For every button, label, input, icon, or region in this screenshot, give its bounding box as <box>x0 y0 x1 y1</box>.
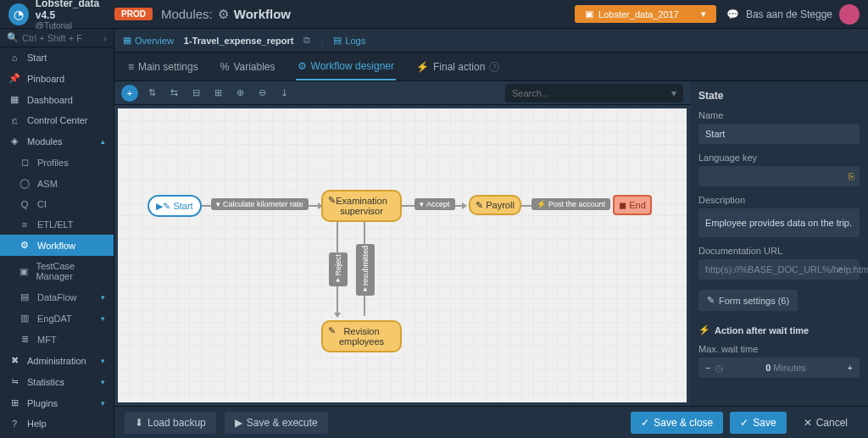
canvas-search[interactable]: ▾ <box>505 84 683 103</box>
node-examination[interactable]: ✎Examination supervisor <box>321 190 402 222</box>
save-execute-button[interactable]: ▶Save & execute <box>225 412 328 434</box>
lang-field[interactable]: ⎘ <box>698 166 860 186</box>
node-revision[interactable]: ✎Revision employees <box>321 320 402 352</box>
save-button[interactable]: ✓Save <box>730 412 786 434</box>
check-icon: ✓ <box>740 417 748 429</box>
ellipsis-icon[interactable]: ⋯ <box>845 264 854 275</box>
node-start[interactable]: ▶✎ Start <box>147 195 202 217</box>
name-field[interactable]: Start <box>698 124 860 144</box>
tool-fit[interactable]: ⤓ <box>275 85 292 102</box>
edge-reject[interactable]: ▾Reject <box>329 252 348 286</box>
nav-testcase[interactable]: ▣TestCase Manager <box>0 256 114 286</box>
tool-zoom-out[interactable]: ⊖ <box>253 85 270 102</box>
nav-statistics[interactable]: ≒Statistics▾ <box>0 371 114 392</box>
tab-workflow-designer[interactable]: ⚙Workflow designer <box>296 53 396 80</box>
save-close-button[interactable]: ✓Save & close <box>631 412 723 434</box>
node-end[interactable]: ◼ End <box>613 195 652 215</box>
edit-icon: ✎ <box>328 195 336 205</box>
open-icon[interactable]: ↗ <box>835 264 843 275</box>
nav-workflow[interactable]: ⚙Workflow <box>0 235 114 256</box>
tab-variables[interactable]: %Variables <box>219 54 277 80</box>
search-input[interactable] <box>512 88 671 98</box>
play-icon: ▶ <box>156 201 163 212</box>
nav-asm[interactable]: ◯ASM <box>0 173 114 194</box>
percent-icon: % <box>220 61 230 73</box>
close-icon: ✕ <box>804 417 812 429</box>
flow-icon: ⚙ <box>298 60 307 72</box>
plus-icon[interactable]: + <box>848 363 853 373</box>
breadcrumb-current: 1-Travel_expense_report <box>184 36 294 46</box>
tool-distribute-h[interactable]: ⊞ <box>209 85 226 102</box>
edit-icon: ✎ <box>328 325 336 335</box>
env-badge: PROD <box>114 8 153 20</box>
nav-pinboard[interactable]: 📌Pinboard <box>0 68 114 89</box>
nav-dataflow[interactable]: ▤DataFlow▾ <box>0 286 114 308</box>
app-name: Lobster_data v4.5 <box>36 0 114 21</box>
edge-post[interactable]: ⚡Post the account <box>531 198 610 210</box>
avatar[interactable] <box>839 4 860 25</box>
cancel-button[interactable]: ✕Cancel <box>793 412 858 434</box>
download-icon: ⬇ <box>135 417 143 429</box>
nav-etl[interactable]: ≡ETL/ELT <box>0 214 114 235</box>
bolt-icon: ⚡ <box>537 200 546 208</box>
edge-resubmit[interactable]: ▾resubmitted <box>356 244 375 296</box>
clock-icon: ◷ <box>715 363 724 374</box>
copy-icon[interactable]: ⧉ <box>303 35 310 46</box>
folder-icon: ▣ <box>585 8 593 19</box>
tab-final-action[interactable]: ⚡Final action? <box>415 54 501 80</box>
chevron-up-icon: ▴ <box>101 137 105 146</box>
edit-icon: ✎ <box>476 200 483 211</box>
edit-icon: ✎ <box>163 201 170 212</box>
form-settings-button[interactable]: ✎Form settings (6) <box>698 290 798 311</box>
chevron-down-icon: ▾ <box>701 8 706 19</box>
translate-icon[interactable]: ⎘ <box>849 171 854 181</box>
filter-icon: ▾ <box>361 286 370 294</box>
edge-accept[interactable]: ▾Accept <box>415 198 455 210</box>
nav-start[interactable]: ⌂Start <box>0 47 114 68</box>
tool-distribute-v[interactable]: ⊟ <box>187 85 204 102</box>
nav-control-center[interactable]: ⎌Control Center <box>0 110 114 130</box>
workflow-icon: ⚙ <box>218 7 229 22</box>
load-backup-button[interactable]: ⬇Load backup <box>125 412 216 434</box>
sliders-icon: ⎌ <box>8 115 20 125</box>
chevron-down-icon: ▾ <box>101 378 105 386</box>
nav-help[interactable]: ?Help <box>0 413 114 434</box>
nav-plugins[interactable]: ⊞Plugins▾ <box>0 392 114 413</box>
workflow-canvas[interactable]: ▶✎ Start ✎Examination supervisor ✎ Payro… <box>114 105 690 406</box>
pin-icon: 📌 <box>8 73 20 84</box>
breadcrumb-overview[interactable]: ▦Overview <box>123 35 174 46</box>
gear-icon: ⚙ <box>19 240 31 251</box>
modules-icon: ◈ <box>8 136 20 147</box>
project-selector[interactable]: ▣ Lobster_data_2017 ▾ <box>575 5 716 23</box>
wait-field[interactable]: −◷ 0 Minutes + <box>698 358 860 378</box>
edge-calc[interactable]: ▾Calculate kilometer rate <box>211 198 309 210</box>
nav-engdat[interactable]: ▥EngDAT▾ <box>0 308 114 329</box>
breadcrumb-logs[interactable]: ▤Logs <box>333 35 365 46</box>
nav-profiles[interactable]: ◻Profiles <box>0 152 114 173</box>
tab-main-settings[interactable]: ≡Main settings <box>126 54 200 80</box>
nav-modules[interactable]: ◈Modules▴ <box>0 130 114 152</box>
edit-icon: ✎ <box>707 295 715 306</box>
bolt-icon: ⚡ <box>416 61 429 73</box>
desc-field[interactable]: Employee provides data on the trip. <box>698 208 860 237</box>
desc-label: Description <box>698 195 860 205</box>
tool-zoom-in[interactable]: ⊕ <box>231 85 248 102</box>
sidebar-search[interactable]: 🔍 Ctrl + Shift + F › <box>0 29 114 47</box>
nav-mft[interactable]: ≣MFT <box>0 329 114 350</box>
stop-icon: ◼ <box>619 200 626 211</box>
nav-dashboard[interactable]: ▦Dashboard <box>0 89 114 110</box>
doc-field[interactable]: http(s)://%BASE_DOC_URL%/help.html↗⋯ <box>698 259 860 280</box>
tool-align-v[interactable]: ⇅ <box>143 85 160 102</box>
chevron-down-icon: ▾ <box>101 399 105 408</box>
chat-icon[interactable]: 💬 <box>726 8 739 20</box>
nav-ci[interactable]: QCI <box>0 194 114 214</box>
minus-icon[interactable]: − <box>705 363 710 373</box>
nav-admin[interactable]: ✖Administration▾ <box>0 350 114 371</box>
favorite-header: FAVORITE● <box>0 434 114 438</box>
list-icon: ≡ <box>128 61 134 73</box>
tool-align-h[interactable]: ⇆ <box>165 85 182 102</box>
node-payroll[interactable]: ✎ Payroll <box>469 195 521 215</box>
add-node-button[interactable]: + <box>121 85 138 102</box>
user-name: Bas aan de Stegge <box>746 8 832 20</box>
overview-icon: ▦ <box>123 35 131 46</box>
